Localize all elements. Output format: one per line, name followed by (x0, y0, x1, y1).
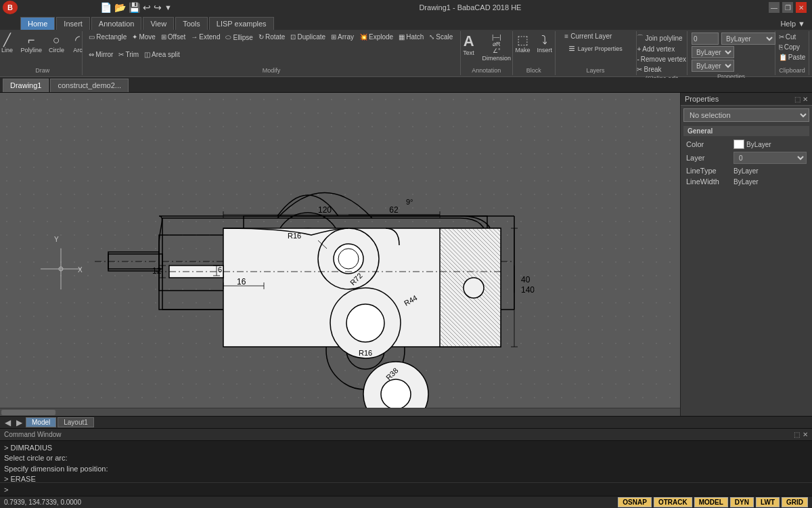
spline-add-vertex[interactable]: + Add vertex (635, 45, 677, 54)
property-linetype-select[interactable]: ByLayer (692, 46, 734, 58)
ribbon-group-layers: ≡ Current Layer ≡ Layer Properties Layer… (556, 31, 637, 75)
property-linewidth-select[interactable]: ByLayer (692, 60, 734, 72)
draw-group-label: Draw (35, 67, 49, 74)
clipboard-group-label: Clipboard (779, 67, 805, 74)
command-input[interactable] (11, 486, 808, 494)
quick-access-save[interactable]: 💾 (129, 2, 140, 13)
modify-offset[interactable]: ⊞ Offset (159, 33, 188, 41)
layout-tab-layout1[interactable]: Layout1 (58, 417, 94, 427)
app-logo[interactable]: B (3, 1, 18, 14)
modify-trim[interactable]: ✂ Trim (116, 50, 141, 59)
model-button[interactable]: MODEL (694, 497, 728, 507)
tab-insert[interactable]: Insert (56, 17, 90, 30)
quick-access-open[interactable]: 📂 (114, 2, 126, 13)
minimize-button[interactable]: — (769, 2, 780, 13)
help-button[interactable]: Help ▼ (773, 18, 812, 30)
osnap-button[interactable]: OSNAP (618, 497, 652, 507)
modify-scale[interactable]: ⤡ Scale (427, 33, 455, 41)
layout-nav-prev[interactable]: ◀ (3, 418, 13, 427)
properties-title: Properties (685, 95, 719, 103)
layout-bar: ◀ ▶ Model Layout1 (0, 416, 812, 428)
quick-access-undo[interactable]: ↩ (143, 2, 151, 13)
tab-lisp[interactable]: LISP examples (209, 17, 274, 30)
modify-areasplit[interactable]: ◫ Area split (142, 50, 182, 59)
color-swatch[interactable] (734, 140, 744, 149)
command-close-btn[interactable]: ✕ (803, 431, 808, 438)
quick-access-redo[interactable]: ↪ (154, 2, 162, 13)
layer-properties-button[interactable]: ≡ Layer Properties (564, 41, 626, 56)
spline-remove-vertex[interactable]: - Remove vertex (635, 55, 688, 64)
tab-annotation[interactable]: Annotation (91, 17, 142, 30)
draw-circle-button[interactable]: ○ Circle (46, 33, 67, 55)
annotation-dimension[interactable]: |—| ⌀R ∠° Dimension (480, 33, 514, 63)
prop-color: Color ByLayer (683, 138, 809, 150)
horizontal-scrollbar[interactable] (0, 408, 680, 416)
annotation-group-label: Annotation (472, 67, 501, 74)
color-value: ByLayer (746, 141, 807, 148)
selection-dropdown[interactable]: No selection (683, 108, 809, 122)
svg-text:6: 6 (218, 266, 222, 274)
draw-line-button[interactable]: ╱ Line (0, 33, 16, 55)
spline-break[interactable]: ✂ Break (635, 65, 663, 74)
cmd-line-3: Specify dimension line position: (4, 464, 808, 474)
modify-extend[interactable]: → Extend (189, 33, 222, 41)
properties-close-button[interactable]: ✕ (803, 96, 808, 103)
close-button[interactable]: ✕ (796, 2, 807, 13)
modify-ellipse[interactable]: ⬭ Ellipse (223, 33, 254, 42)
ribbon-group-properties: ByLayer ByLayer ByLayer Properties (687, 31, 775, 75)
modify-rotate[interactable]: ↻ Rotate (256, 33, 287, 41)
layout-tab-model[interactable]: Model (26, 417, 56, 427)
titlebar: B 📄 📂 💾 ↩ ↪ ▼ Drawing1 - BabaCAD 2018 HE… (0, 0, 812, 15)
ribbon-group-draw: ╱ Line ⌐ Polyline ○ Circle ◜ Arc (3, 31, 83, 75)
svg-text:R16: R16 (359, 349, 372, 357)
property-color-select[interactable]: ByLayer (721, 33, 775, 45)
svg-text:40: 40 (521, 275, 531, 284)
layer-select[interactable]: 0 (734, 152, 807, 164)
modify-duplicate[interactable]: ⊡ Duplicate (288, 33, 328, 41)
make-icon: ⬚ (517, 34, 528, 46)
block-insert[interactable]: ⤵ Insert (534, 33, 555, 55)
draw-polyline-button[interactable]: ⌐ Polyline (18, 33, 45, 55)
annotation-text[interactable]: A Text (459, 33, 478, 58)
command-float-btn[interactable]: ⬚ (794, 431, 800, 438)
spline-join[interactable]: ⌒ Join polyline (635, 33, 684, 43)
property-number-input[interactable] (692, 33, 719, 45)
clipboard-paste[interactable]: 📋 Paste (777, 53, 808, 62)
clipboard-copy[interactable]: ⎘ Copy (777, 43, 802, 51)
tab-tools[interactable]: Tools (175, 17, 208, 30)
modify-explode[interactable]: 💥 Explode (357, 33, 395, 41)
modify-hatch[interactable]: ▦ Hatch (397, 33, 426, 41)
layer-label: Layer (686, 154, 734, 162)
modify-mirror[interactable]: ⇔ Mirror (87, 50, 115, 59)
clipboard-cut[interactable]: ✂ Cut (777, 33, 798, 41)
modify-rectangle[interactable]: ▭ Rectangle (87, 33, 129, 41)
block-make[interactable]: ⬚ Make (512, 33, 533, 55)
restore-button[interactable]: ❐ (782, 2, 793, 13)
svg-text:Y: Y (54, 236, 59, 243)
scrollbar-thumb[interactable] (1, 410, 55, 415)
drawing-canvas[interactable]: Y X (0, 93, 680, 416)
tab-home[interactable]: Home (20, 17, 55, 30)
modify-array[interactable]: ⊞ Array (329, 33, 356, 41)
modify-move[interactable]: ✦ Move (130, 33, 157, 41)
otrack-button[interactable]: OTRACK (654, 497, 692, 507)
circle-icon: ○ (53, 34, 60, 46)
quick-access-dropdown[interactable]: ▼ (164, 3, 172, 12)
lwt-button[interactable]: LWT (756, 497, 780, 507)
properties-float-button[interactable]: ⬚ (794, 96, 800, 103)
svg-text:120: 120 (318, 205, 332, 215)
command-input-row: > (0, 482, 812, 496)
app-tab-drawing1[interactable]: Drawing1 (3, 79, 49, 92)
quick-access-new[interactable]: 📄 (100, 2, 112, 13)
app-tab-construct[interactable]: construct_demo2... (50, 79, 129, 92)
tab-view[interactable]: View (143, 17, 174, 30)
dyn-button[interactable]: DYN (730, 497, 754, 507)
svg-text:62: 62 (389, 205, 399, 215)
grid-button[interactable]: GRID (782, 497, 808, 507)
cmd-line-2: Select circle or arc: (4, 453, 808, 463)
status-bar: 0.7939, 134.7339, 0.0000 OSNAP OTRACK MO… (0, 496, 812, 508)
properties-panel: Properties ⬚ ✕ No selection General Colo… (680, 93, 812, 416)
layout-nav-next[interactable]: ▶ (14, 418, 24, 427)
prop-layer: Layer 0 (683, 150, 809, 165)
technical-drawing: Y X (41, 100, 582, 416)
